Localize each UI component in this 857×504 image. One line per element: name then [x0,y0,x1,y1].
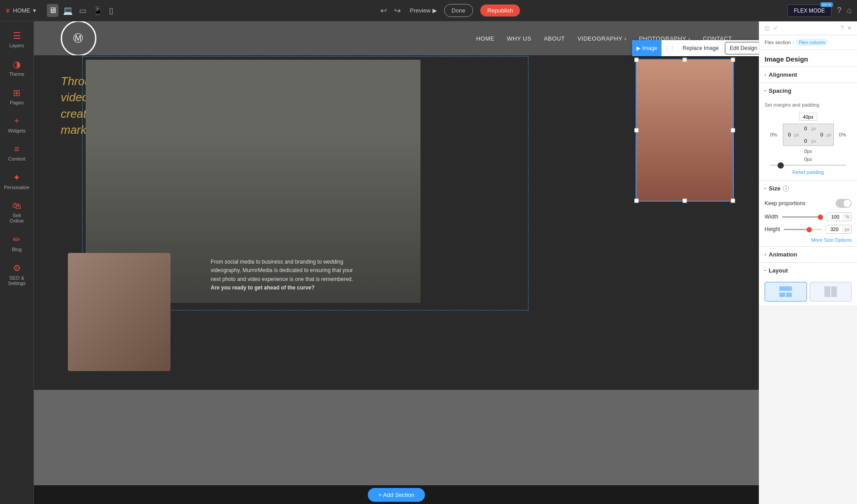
animation-section-header[interactable]: › Animation [759,247,857,262]
sidebar-item-content[interactable]: ≡ Content [3,140,31,166]
layout-preview [759,278,857,305]
done-button[interactable]: Done [444,4,473,17]
padding-right-input[interactable] [817,132,826,137]
size-section-header[interactable]: › Size i [759,181,857,196]
width-slider[interactable] [782,216,823,218]
nav-videography[interactable]: VIDEOGRAPHY › [578,35,627,42]
republish-button[interactable]: Republish [480,4,520,17]
help-button[interactable]: ? [837,6,841,15]
reset-padding-button[interactable]: Reset padding [765,168,852,177]
sidebar-item-sell-online[interactable]: 🛍 Sell Online [3,196,31,228]
spacing-slider-thumb[interactable] [778,162,784,169]
svg-rect-4 [831,286,837,297]
handle-bl[interactable] [634,198,639,203]
sidebar-item-seo[interactable]: ⚙ SEO & Settings [3,258,31,290]
svg-rect-1 [779,293,785,297]
replace-image-button[interactable]: Replace Image [678,40,723,56]
nav-why-us[interactable]: WHY US [507,35,532,42]
padding-left-input[interactable] [785,132,794,137]
edit-design-button[interactable]: Edit Design [725,42,759,54]
spacing-inner-bottom: px [800,138,816,144]
panel-resize-icon[interactable]: ⤢ [773,25,778,31]
preview-button[interactable]: Preview ▶ [410,7,437,14]
undo-button[interactable]: ↩ [379,4,389,17]
top-bar-left: ♛ HOME ▾ 🖥 💻 ▭ 📱 ▯ [5,4,115,17]
flex-mode-button[interactable]: BETA FLEX MODE [787,4,832,17]
sidebar-item-blog[interactable]: ✏ Blog [3,230,31,256]
more-size-options-button[interactable]: More Size Options [759,235,857,246]
sidebar-item-widgets[interactable]: + Widgets [3,112,31,138]
nav-about[interactable]: ABOUT [544,35,565,42]
padding-bottom-input[interactable] [800,138,811,144]
handle-tr[interactable] [731,58,735,62]
canvas-area[interactable]: Ⓜ HOME WHY US ABOUT VIDEOGRAPHY › PHOTOG… [34,21,759,504]
person-image-left[interactable] [68,253,171,371]
width-slider-thumb[interactable] [818,215,823,220]
size-section-title: › Size i [765,185,789,192]
height-slider[interactable] [784,229,823,230]
sidebar-item-theme[interactable]: ◑ Theme [3,54,31,81]
padding-right-group: px [817,132,832,137]
add-section-button[interactable]: + Add Section [368,488,425,502]
sidebar-item-pages[interactable]: ⊞ Pages [3,83,31,110]
sidebar-label-layers: Layers [9,43,24,48]
layout-option-2[interactable] [810,282,852,302]
handle-br[interactable] [731,198,735,203]
width-input[interactable] [827,213,843,221]
panel-icons: ◫ ⤢ [765,25,778,31]
small-mobile-icon[interactable]: ▯ [107,4,115,17]
undo-redo: ↩ ↪ [379,4,403,17]
layout-section-header[interactable]: › Layout [759,263,857,278]
sidebar-label-seo: SEO & Settings [6,275,28,286]
spacing-top-input[interactable]: 40px [799,113,818,121]
laptop-icon[interactable]: 💻 [61,4,75,17]
spacing-arrow: › [763,90,768,91]
size-section: › Size i Keep proportions Width [759,180,857,246]
handle-rm[interactable] [731,128,735,132]
spacing-control: Set margins and padding 40px 0% [759,99,857,180]
layout-arrow: › [763,270,768,271]
spacing-middle: 0% px px [770,123,846,147]
height-slider-thumb[interactable] [807,227,812,232]
height-input[interactable] [826,225,842,233]
panel-question-icon[interactable]: ? [840,25,844,31]
panel-close-icon[interactable]: ✕ [847,25,852,31]
handle-tm[interactable] [682,58,687,62]
keep-proportions-row: Keep proportions [759,196,857,211]
beta-badge: BETA [820,2,833,7]
sidebar-item-layers[interactable]: ☰ Layers [3,26,31,53]
spacing-section-header[interactable]: › Spacing [759,83,857,99]
blog-icon: ✏ [13,234,21,245]
breadcrumb-flex-column[interactable]: Flex column [796,39,828,46]
desktop-icon[interactable]: 🖥 [47,4,58,17]
chevron-down-icon: ▾ [33,7,36,14]
handle-tl[interactable] [634,58,639,62]
padding-top-input[interactable] [800,126,811,131]
alignment-section-header[interactable]: › Alignment [759,67,857,83]
tablet-icon[interactable]: ▭ [77,4,88,17]
svg-rect-2 [786,293,792,297]
keep-proportions-toggle[interactable] [836,199,852,208]
top-bar: ♛ HOME ▾ 🖥 💻 ▭ 📱 ▯ ↩ ↪ Preview ▶ Done Re… [0,0,857,21]
size-info-icon[interactable]: i [783,186,789,192]
chevron-icon: › [624,35,627,42]
breadcrumb-flex-section[interactable]: Flex section [765,40,791,45]
animation-arrow: › [765,252,766,257]
spacing-slider[interactable] [770,165,846,166]
handle-bm[interactable] [682,198,687,203]
sidebar-item-personalize[interactable]: ✦ Personalize [3,168,31,194]
padding-left-unit: px [795,132,799,137]
crown-icon: ♛ [5,8,10,14]
personalize-icon: ✦ [13,172,21,183]
selected-image[interactable]: ▶ Image ⋮⋮ Replace Image Edit Design + ⧉… [636,59,734,202]
spacing-box: 40px 0% px [770,111,846,163]
spacing-bottom-inner-val: 0px [804,157,812,162]
handle-lm[interactable] [634,128,639,132]
mobile-icon[interactable]: 📱 [91,4,104,17]
nav-home[interactable]: HOME [476,35,495,42]
sidebar-toggle-icon[interactable]: ◫ [765,25,770,31]
page-selector[interactable]: ♛ HOME ▾ [5,7,36,14]
redo-button[interactable]: ↪ [392,4,403,17]
home-button[interactable]: ⌂ [847,6,852,15]
layout-option-1[interactable] [765,282,807,302]
